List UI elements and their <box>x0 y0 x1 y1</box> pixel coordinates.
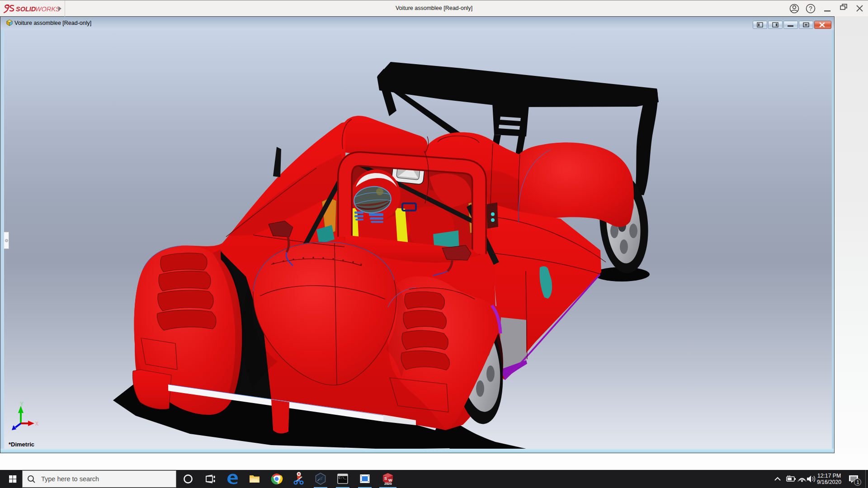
svg-text:1: 1 <box>857 479 859 485</box>
svg-text:?: ? <box>809 5 812 12</box>
svg-text:C:\_: C:\_ <box>339 476 347 480</box>
svg-text:S: S <box>384 476 387 481</box>
svg-text:2020: 2020 <box>384 482 392 486</box>
svg-text:Y: Y <box>20 401 24 407</box>
svg-text:X: X <box>35 421 38 427</box>
